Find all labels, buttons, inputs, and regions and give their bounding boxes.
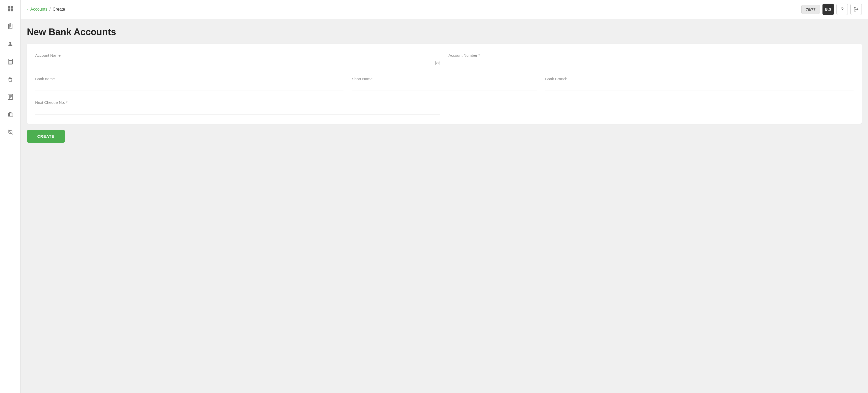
person-icon[interactable] [5,38,16,50]
svg-rect-16 [10,63,10,63]
svg-rect-13 [10,62,10,62]
svg-rect-22 [9,99,9,99]
bank-name-label: Bank name [35,77,343,81]
bank-icon[interactable] [5,109,16,120]
svg-rect-28 [8,116,13,116]
bank-branch-label: Bank Branch [545,77,854,81]
account-number-input[interactable] [448,60,854,67]
svg-rect-17 [11,63,12,63]
svg-rect-15 [9,63,10,63]
form-row-1: Account Name Account Number * [35,53,854,67]
account-name-icon [435,60,440,67]
header-actions: 76/77 B.S ? [801,4,862,15]
svg-rect-32 [436,61,440,65]
bank-branch-input[interactable] [545,83,854,91]
svg-point-34 [436,63,437,64]
avatar-button[interactable]: B.S [823,4,834,15]
breadcrumb-current: Create [53,7,65,12]
logout-button[interactable] [850,4,862,15]
svg-rect-3 [10,9,13,11]
form-card: Account Name Account Number * [27,44,862,124]
svg-rect-1 [10,6,13,8]
logout-icon [854,7,859,12]
report-icon[interactable] [5,91,16,103]
next-cheque-label: Next Cheque No. * [35,100,440,105]
create-button[interactable]: CREATE [27,130,65,143]
svg-marker-23 [8,112,13,113]
svg-rect-5 [9,24,11,25]
account-number-field: Account Number * [448,53,854,67]
bank-name-input[interactable] [35,83,343,91]
svg-rect-25 [9,113,10,116]
form-row-2: Bank name Short Name Bank Branch [35,77,854,91]
short-name-label: Short Name [352,77,537,81]
svg-rect-12 [9,62,10,62]
svg-rect-27 [12,113,12,116]
breadcrumb: ‹ Accounts / Create [27,7,65,12]
page-title: New Bank Accounts [27,27,862,37]
form-row-3: Next Cheque No. * [35,100,854,114]
breadcrumb-parent-link[interactable]: Accounts [30,7,47,12]
dashboard-icon[interactable] [5,3,16,15]
clipboard-icon[interactable] [5,21,16,32]
bank-name-field: Bank name [35,77,343,91]
account-number-label: Account Number * [448,53,854,57]
main-content: ‹ Accounts / Create 76/77 B.S ? New Bank… [21,0,868,393]
account-name-field: Account Name [35,53,440,67]
breadcrumb-arrow: ‹ [27,7,28,12]
svg-rect-11 [9,60,12,61]
record-counter: 76/77 [801,5,820,14]
next-cheque-input[interactable] [35,107,440,114]
next-cheque-field: Next Cheque No. * [35,100,440,114]
svg-rect-2 [8,9,10,11]
account-name-input[interactable] [35,60,440,67]
account-name-label: Account Name [35,53,440,57]
calculator-icon[interactable] [5,56,16,67]
svg-rect-0 [8,6,10,8]
short-name-field: Short Name [352,77,537,91]
short-name-input[interactable] [352,83,537,91]
no-currency-icon[interactable] [5,127,16,138]
bank-branch-field: Bank Branch [545,77,854,91]
sidebar [0,0,21,393]
page-body: New Bank Accounts Account Name [21,19,868,393]
svg-rect-14 [11,62,12,62]
bag-icon[interactable] [5,74,16,85]
svg-point-9 [9,42,11,44]
breadcrumb-separator: / [50,7,51,12]
help-button[interactable]: ? [836,4,848,15]
header: ‹ Accounts / Create 76/77 B.S ? [21,0,868,19]
svg-rect-18 [8,94,13,100]
help-icon: ? [841,6,843,12]
svg-rect-24 [8,113,9,116]
svg-rect-26 [11,113,11,116]
